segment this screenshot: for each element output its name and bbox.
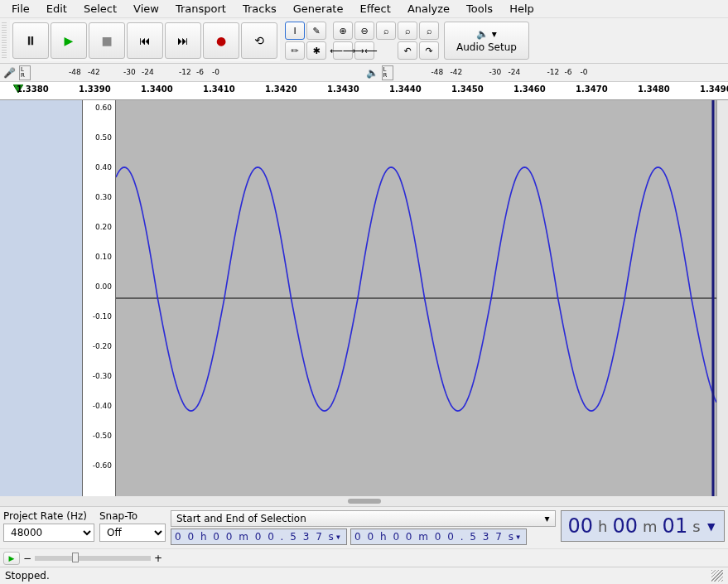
playback-meter[interactable]: -48-42-30-24-12-6-0 xyxy=(397,65,726,80)
skip-end-button[interactable]: ⏭ xyxy=(165,22,201,59)
loop-icon: ⟲ xyxy=(254,34,264,47)
selection-start-time[interactable]: 0 0 h 0 0 m 0 0 . 5 3 7 s▾ xyxy=(171,528,347,545)
amplitude-ruler: 0.600.500.400.300.200.100.00-0.10-0.20-0… xyxy=(83,100,116,496)
speed-plus-icon: + xyxy=(154,553,162,564)
envelope-icon: ✎ xyxy=(312,26,320,36)
timeline-ruler[interactable]: 1.33801.33901.34001.34101.34201.34301.34… xyxy=(0,82,728,100)
audio-setup-button[interactable]: 🔈 ▾ Audio Setup xyxy=(444,22,529,60)
play-at-speed-bar: ▶ − + xyxy=(0,548,728,567)
record-button[interactable]: ● xyxy=(203,22,239,59)
chevron-down-icon: ▾ xyxy=(545,513,550,524)
menu-effect[interactable]: Effect xyxy=(351,1,398,17)
playback-speaker-icon[interactable]: 🔈 xyxy=(366,67,378,79)
pause-icon: ⏸ xyxy=(25,34,36,47)
undo-icon: ↶ xyxy=(403,46,411,56)
play-icon: ▶ xyxy=(65,34,74,47)
tools-group: I ✎ ✏ ✱ xyxy=(283,20,328,61)
speaker-icon: 🔈 ▾ xyxy=(476,28,497,40)
record-icon: ● xyxy=(216,34,226,47)
track-control-panel[interactable] xyxy=(0,100,83,496)
waveform-display[interactable] xyxy=(116,100,716,496)
audio-position-time[interactable]: 00h 00m 01s▾ xyxy=(561,510,725,542)
play-lr-labels: LR xyxy=(382,65,393,80)
snap-to-label: Snap-To xyxy=(99,510,166,522)
snap-to-select[interactable]: Off xyxy=(99,524,166,542)
redo-icon: ↷ xyxy=(425,46,432,56)
menu-file[interactable]: File xyxy=(3,1,38,17)
menu-view[interactable]: View xyxy=(125,1,167,17)
menu-transport[interactable]: Transport xyxy=(167,1,234,17)
undo-button[interactable]: ↶ xyxy=(398,41,417,60)
fit-project-button[interactable]: ⌕ xyxy=(398,22,417,40)
play-small-icon: ▶ xyxy=(9,554,15,562)
edit-zoom-group: ⊕ ⊖ ⌕ ⌕ ⌕ ⟵⟶ ⟶⟵ ↶ ↷ xyxy=(331,20,441,61)
pause-button[interactable]: ⏸ xyxy=(12,22,49,59)
silence-icon: ⟶⟵ xyxy=(351,46,378,56)
horizontal-scroll-handle[interactable] xyxy=(0,496,728,506)
speed-minus-icon: − xyxy=(23,553,31,564)
zoom-out-button[interactable]: ⊖ xyxy=(354,22,374,40)
menu-analyze[interactable]: Analyze xyxy=(399,1,458,17)
menu-select[interactable]: Select xyxy=(75,1,125,17)
toolbar-grip[interactable] xyxy=(2,22,7,59)
selection-tool[interactable]: I xyxy=(285,22,305,40)
multi-tool[interactable]: ✱ xyxy=(306,41,326,60)
loop-button[interactable]: ⟲ xyxy=(241,22,277,59)
menu-edit[interactable]: Edit xyxy=(38,1,75,17)
zoom-out-icon: ⊖ xyxy=(360,26,368,36)
trim-button[interactable]: ⟵⟶ xyxy=(333,41,353,60)
zoom-toggle-icon: ⌕ xyxy=(427,26,432,36)
selection-bar: Project Rate (Hz) 48000 Snap-To Off Star… xyxy=(0,506,728,548)
fit-selection-icon: ⌕ xyxy=(383,26,389,36)
status-bar: Stopped. xyxy=(0,567,728,584)
recording-meter[interactable]: -48-42-30-24-12-6-0 xyxy=(34,65,363,80)
stop-button[interactable]: ■ xyxy=(89,22,125,59)
audio-setup-label: Audio Setup xyxy=(456,41,517,53)
envelope-tool[interactable]: ✎ xyxy=(306,22,326,40)
menu-help[interactable]: Help xyxy=(501,1,542,17)
playback-speed-slider[interactable] xyxy=(35,556,151,561)
draw-icon: ✏ xyxy=(291,46,298,56)
main-toolbar: ⏸ ▶ ■ ⏮ ⏭ ● ⟲ I ✎ ✏ ✱ ⊕ ⊖ ⌕ ⌕ ⌕ ⟵⟶ ⟶⟵ ↶ … xyxy=(0,18,728,64)
stop-icon: ■ xyxy=(101,34,112,47)
zoom-in-button[interactable]: ⊕ xyxy=(333,22,353,40)
menu-tracks[interactable]: Tracks xyxy=(234,1,285,17)
skip-start-button[interactable]: ⏮ xyxy=(127,22,163,59)
menu-generate[interactable]: Generate xyxy=(285,1,352,17)
selection-mode-dropdown[interactable]: Start and End of Selection▾ xyxy=(171,510,556,527)
multi-icon: ✱ xyxy=(312,46,320,56)
skip-end-icon: ⏭ xyxy=(177,34,189,47)
fit-project-icon: ⌕ xyxy=(405,26,411,36)
menu-bar: File Edit Select View Transport Tracks G… xyxy=(0,0,728,18)
play-at-speed-button[interactable]: ▶ xyxy=(3,552,20,565)
track-area: 0.600.500.400.300.200.100.00-0.10-0.20-0… xyxy=(0,100,728,496)
skip-start-icon: ⏮ xyxy=(139,34,151,47)
meters-row: 🎤 LR -48-42-30-24-12-6-0 🔈 LR -48-42-30-… xyxy=(0,64,728,82)
menu-tools[interactable]: Tools xyxy=(458,1,501,17)
zoom-toggle-button[interactable]: ⌕ xyxy=(419,22,439,40)
rec-lr-labels: LR xyxy=(19,65,31,80)
project-rate-label: Project Rate (Hz) xyxy=(3,510,94,522)
redo-button[interactable]: ↷ xyxy=(419,41,439,60)
mic-icon[interactable]: 🎤 xyxy=(3,67,16,79)
play-button[interactable]: ▶ xyxy=(51,22,87,59)
transport-group: ⏸ ▶ ■ ⏮ ⏭ ● ⟲ xyxy=(10,20,280,61)
selection-end-time[interactable]: 0 0 h 0 0 m 0 0 . 5 3 7 s▾ xyxy=(350,528,527,545)
silence-button[interactable]: ⟶⟵ xyxy=(354,41,374,60)
resize-grip[interactable] xyxy=(711,570,723,582)
draw-tool[interactable]: ✏ xyxy=(285,41,305,60)
zoom-in-icon: ⊕ xyxy=(339,26,346,36)
fit-selection-button[interactable]: ⌕ xyxy=(376,22,396,40)
vertical-scrollbar[interactable] xyxy=(716,100,728,496)
project-rate-select[interactable]: 48000 xyxy=(3,524,94,542)
selection-icon: I xyxy=(293,26,296,36)
status-text: Stopped. xyxy=(5,570,50,582)
